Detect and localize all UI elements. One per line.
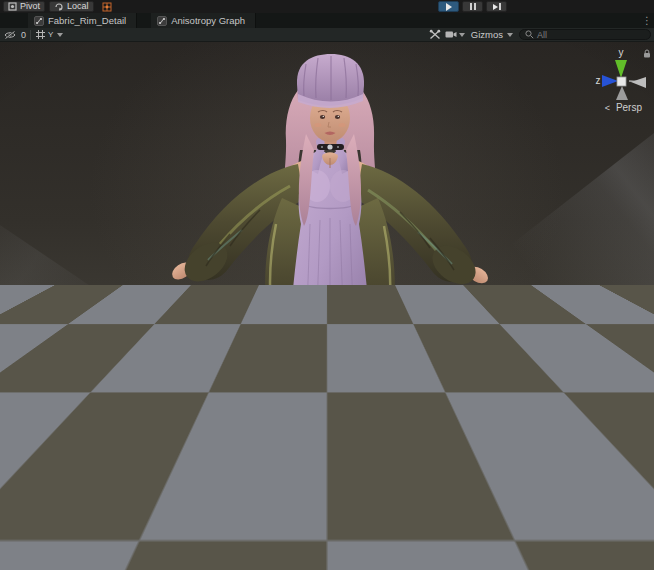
gizmos-label: Gizmos <box>471 29 503 40</box>
tab-fabric-rim-detail[interactable]: Fabric_Rim_Detail <box>28 13 137 28</box>
pause-button[interactable] <box>462 1 483 12</box>
gizmos-dropdown-caret-icon <box>507 33 513 37</box>
vignette-overlay <box>0 42 654 570</box>
gizmo-z-axis-label: z <box>596 75 601 86</box>
local-rotation-icon <box>54 2 64 12</box>
playmode-controls <box>438 1 507 12</box>
gizmo-axis-cone-bottom[interactable] <box>616 86 628 100</box>
gizmo-x-axis-cone[interactable] <box>631 77 646 88</box>
shader-graph-icon <box>157 16 167 26</box>
main-toolbar: Pivot Local <box>0 0 654 13</box>
scene-search-input[interactable]: All <box>519 29 651 40</box>
gizmo-center-cube[interactable] <box>617 77 626 86</box>
persp-arrow: < <box>605 103 610 113</box>
pause-icon <box>470 3 476 10</box>
scene-viewport[interactable]: y z < Persp <box>0 42 654 570</box>
camera-settings-dropdown[interactable] <box>445 30 465 39</box>
grid-snap-icon[interactable] <box>102 2 112 12</box>
local-label: Local <box>67 2 89 11</box>
step-icon <box>493 3 501 10</box>
window-tab-bar: Fabric_Rim_Detail Anisotropy Graph ⋮ <box>0 13 654 28</box>
camera-icon <box>445 30 457 39</box>
local-button[interactable]: Local <box>49 1 94 12</box>
pivot-button[interactable]: Pivot <box>3 1 45 12</box>
gizmo-lock-icon[interactable] <box>643 49 651 58</box>
gizmo-y-axis-label: y <box>619 47 624 58</box>
tab-anisotropy-graph[interactable]: Anisotropy Graph <box>151 13 256 28</box>
scene-visibility-eye-icon[interactable] <box>3 30 17 40</box>
unity-editor-window: Pivot Local <box>0 0 654 570</box>
tab-label: Anisotropy Graph <box>171 15 245 26</box>
scene-view-toolbar: 0 Y Gizmos <box>0 28 654 42</box>
gizmo-z-axis-cone[interactable] <box>602 75 618 87</box>
grid-axis-label: Y <box>48 30 53 39</box>
camera-dropdown-caret-icon <box>459 33 465 37</box>
search-value: All <box>537 30 547 40</box>
gizmos-dropdown[interactable]: Gizmos <box>469 29 515 40</box>
tab-overflow-menu-icon[interactable]: ⋮ <box>642 14 652 27</box>
play-icon <box>446 3 452 11</box>
pivot-label: Pivot <box>20 2 40 11</box>
search-icon <box>525 30 534 39</box>
hidden-object-count: 0 <box>21 30 26 40</box>
projection-mode-label[interactable]: Persp <box>616 102 642 113</box>
shader-graph-icon <box>34 16 44 26</box>
toolbar-divider <box>30 30 31 40</box>
step-button[interactable] <box>486 1 507 12</box>
play-button[interactable] <box>438 1 459 12</box>
grid-dropdown-caret-icon[interactable] <box>57 33 63 37</box>
tools-icon[interactable] <box>429 29 441 40</box>
tab-label: Fabric_Rim_Detail <box>48 15 126 26</box>
grid-visibility-icon[interactable] <box>35 29 46 40</box>
pivot-icon <box>8 2 17 11</box>
gizmo-y-axis-cone[interactable] <box>615 60 627 78</box>
